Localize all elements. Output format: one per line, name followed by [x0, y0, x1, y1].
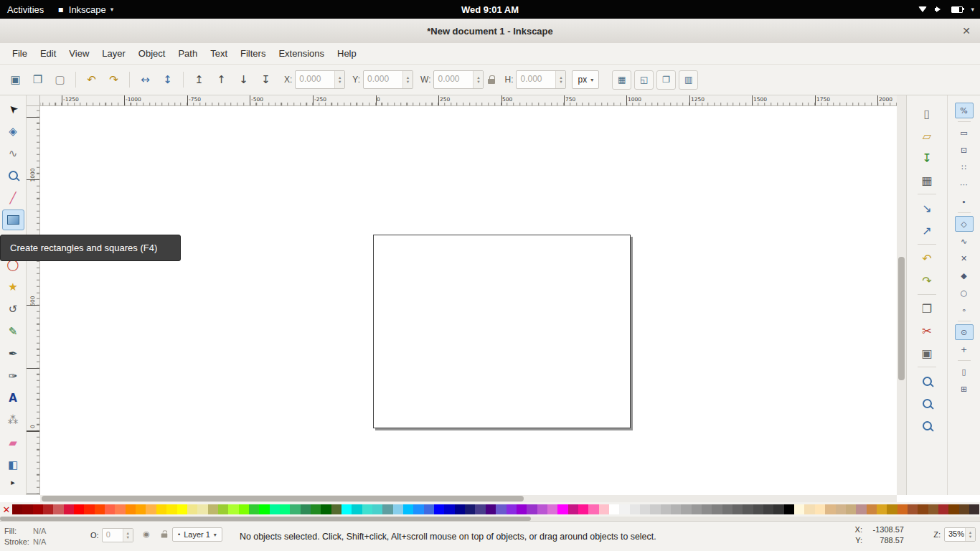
- system-tray[interactable]: ▾: [918, 0, 974, 19]
- palette-swatch[interactable]: [630, 504, 640, 514]
- menu-extensions[interactable]: Extensions: [272, 43, 331, 64]
- app-menu[interactable]: ◆ Inkscape ▾: [51, 0, 121, 19]
- flip-vertical-button[interactable]: ↕: [158, 70, 177, 90]
- window-titlebar[interactable]: *New document 1 - Inkscape ✕: [0, 19, 980, 44]
- palette-swatch[interactable]: [53, 504, 63, 514]
- palette-swatch[interactable]: [290, 504, 300, 514]
- menu-layer[interactable]: Layer: [95, 43, 132, 64]
- palette-swatch[interactable]: [640, 504, 650, 514]
- palette-swatch[interactable]: [784, 504, 794, 514]
- palette-swatch[interactable]: [465, 504, 475, 514]
- horizontal-ruler[interactable]: -1250-1000-750-500-250025050075010001250…: [40, 95, 897, 106]
- lower-to-bottom-button[interactable]: ↧: [256, 70, 275, 90]
- palette-swatch[interactable]: [280, 504, 290, 514]
- paste-button[interactable]: ▣: [916, 343, 938, 363]
- raise-button[interactable]: ↑: [212, 70, 231, 90]
- node-editor-button[interactable]: ◈: [2, 121, 24, 141]
- palette-swatch[interactable]: [372, 504, 382, 514]
- width-input[interactable]: 0.000 ▲ ▼: [433, 70, 484, 89]
- palette-swatch[interactable]: [568, 504, 578, 514]
- palette-swatch[interactable]: [95, 504, 105, 514]
- transform-corners-button[interactable]: ◱: [634, 70, 654, 90]
- palette-swatch[interactable]: [197, 504, 207, 514]
- calligraphy-button[interactable]: ✑: [2, 365, 24, 386]
- palette-swatch[interactable]: [74, 504, 84, 514]
- zoom-button[interactable]: [2, 165, 24, 186]
- palette-swatch[interactable]: [969, 504, 979, 514]
- lower-button[interactable]: ↓: [234, 70, 253, 90]
- snap-object-centers-button[interactable]: ⊙: [955, 324, 974, 340]
- palette-swatch[interactable]: [166, 504, 176, 514]
- palette-swatch[interactable]: [341, 504, 352, 514]
- redo-button[interactable]: ↷: [916, 270, 938, 291]
- selector-button[interactable]: ➤: [2, 98, 24, 119]
- fill-stroke-indicator[interactable]: Fill: N/A Stroke: N/A: [4, 525, 63, 547]
- toolbox-expander-button[interactable]: ▸: [2, 476, 24, 489]
- palette-swatch[interactable]: [146, 504, 156, 514]
- palette-swatch[interactable]: [270, 504, 280, 514]
- snap-bbox-edges-button[interactable]: ⊡: [955, 142, 974, 158]
- snap-smooth-nodes-button[interactable]: ○: [955, 285, 974, 301]
- palette-swatch[interactable]: [413, 504, 423, 514]
- tweak-button[interactable]: ∿: [2, 143, 24, 164]
- palette-swatch[interactable]: [321, 504, 331, 514]
- snap-nodes-button[interactable]: ◇: [955, 216, 974, 232]
- select-all-button[interactable]: ▣: [6, 70, 25, 90]
- palette-swatch[interactable]: [126, 504, 136, 514]
- paint-bucket-button[interactable]: ◧: [2, 454, 24, 475]
- palette-swatch[interactable]: [496, 504, 506, 514]
- palette-swatch[interactable]: [43, 504, 53, 514]
- window-close-button[interactable]: ✕: [962, 25, 971, 37]
- export-button[interactable]: ↗: [916, 220, 938, 240]
- snap-bbox-edge-midpoints-button[interactable]: ⋯: [955, 176, 974, 192]
- palette-swatch[interactable]: [753, 504, 763, 514]
- x-input[interactable]: 0.000 ▲ ▼: [295, 70, 345, 89]
- vertical-scrollbar-thumb[interactable]: [898, 257, 905, 380]
- palette-swatch[interactable]: [259, 504, 269, 514]
- rotate-cw-button[interactable]: ↷: [104, 70, 123, 90]
- select-all-layers-button[interactable]: ❐: [28, 70, 47, 90]
- width-spin-buttons[interactable]: ▲ ▼: [473, 71, 483, 88]
- document-page[interactable]: [373, 235, 631, 428]
- snap-grids-button[interactable]: ⊞: [955, 381, 974, 397]
- palette-swatch[interactable]: [836, 504, 846, 514]
- horizontal-scrollbar[interactable]: [40, 495, 897, 502]
- transform-gradient-button[interactable]: ❐: [656, 70, 676, 90]
- palette-swatch[interactable]: [743, 504, 753, 514]
- x-spin-buttons[interactable]: ▲ ▼: [334, 71, 344, 88]
- palette-swatch[interactable]: [362, 504, 372, 514]
- menu-help[interactable]: Help: [331, 43, 363, 64]
- palette-swatch[interactable]: [105, 504, 115, 514]
- snap-enable-button[interactable]: %: [955, 103, 974, 118]
- snap-bbox-corners-button[interactable]: ∷: [955, 159, 974, 175]
- palette-swatch[interactable]: [578, 504, 588, 514]
- palette-swatch[interactable]: [177, 504, 187, 514]
- bezier-pen-button[interactable]: ✒: [2, 343, 24, 364]
- palette-swatch[interactable]: [856, 504, 866, 514]
- palette-swatch[interactable]: [228, 504, 238, 514]
- height-input[interactable]: 0.000 ▲ ▼: [516, 70, 566, 89]
- rotate-ccw-button[interactable]: ↶: [82, 70, 101, 90]
- zoom-input[interactable]: 35% ▲ ▼: [944, 527, 976, 542]
- menu-object[interactable]: Object: [132, 43, 172, 64]
- palette-swatch[interactable]: [403, 504, 413, 514]
- palette-swatch[interactable]: [156, 504, 166, 514]
- menu-edit[interactable]: Edit: [34, 43, 62, 64]
- vertical-scrollbar[interactable]: [897, 95, 906, 495]
- menu-file[interactable]: File: [6, 43, 34, 64]
- menu-path[interactable]: Path: [171, 43, 204, 64]
- zoom-page-button[interactable]: [916, 415, 938, 435]
- opacity-spin-buttons[interactable]: ▲ ▼: [123, 529, 133, 542]
- palette-swatch[interactable]: [187, 504, 197, 514]
- palette-swatch[interactable]: [815, 504, 825, 514]
- cut-button[interactable]: ✂: [916, 321, 938, 341]
- palette-swatch[interactable]: [527, 504, 537, 514]
- palette-swatch[interactable]: [928, 504, 938, 514]
- palette-swatch[interactable]: [239, 504, 249, 514]
- layer-visibility-button[interactable]: ◉: [141, 529, 151, 539]
- palette-swatch[interactable]: [208, 504, 218, 514]
- palette-swatch[interactable]: [64, 504, 74, 514]
- palette-swatch[interactable]: [732, 504, 743, 514]
- palette-swatch[interactable]: [722, 504, 732, 514]
- palette-swatch[interactable]: [517, 504, 527, 514]
